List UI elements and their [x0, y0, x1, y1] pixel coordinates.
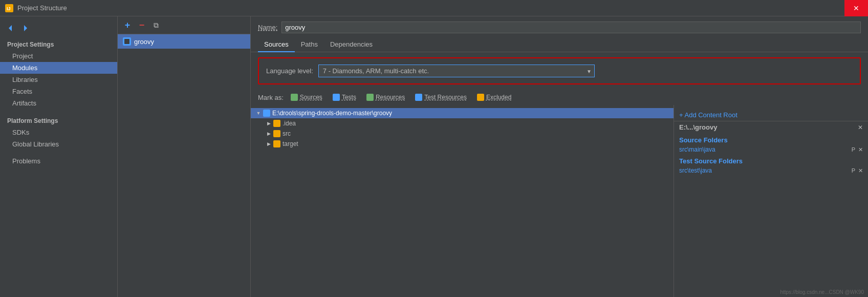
- name-input[interactable]: [281, 22, 861, 33]
- app-icon: IJ: [5, 4, 13, 12]
- window-title: Project Structure: [17, 4, 67, 12]
- tab-paths[interactable]: Paths: [295, 37, 324, 52]
- resources-icon: [366, 94, 374, 101]
- excluded-label: Excluded: [486, 94, 511, 101]
- title-bar: IJ Project Structure ✕: [0, 0, 868, 16]
- tab-dependencies[interactable]: Dependencies: [324, 37, 379, 52]
- root-folder-icon: [263, 110, 270, 117]
- sources-label: Sources: [300, 94, 322, 101]
- mark-as-row: Mark as: Sources Tests Resources Test Re…: [251, 90, 868, 105]
- sidebar-item-problems[interactable]: Problems: [0, 155, 117, 167]
- tests-icon: [333, 94, 340, 101]
- tree-and-panel: ▼ E:\drools\spring-drools-demo-master\gr…: [251, 105, 868, 297]
- test-folder-edit-button[interactable]: P: [852, 167, 855, 174]
- module-item-groovy[interactable]: groovy: [118, 34, 250, 49]
- source-folder-actions: P ✕: [852, 146, 863, 153]
- mark-sources-button[interactable]: Sources: [288, 93, 326, 102]
- source-folder-path: src\main\java: [679, 146, 715, 153]
- svg-text:IJ: IJ: [7, 6, 11, 11]
- src-folder-icon: [273, 130, 280, 137]
- file-tree: ▼ E:\drools\spring-drools-demo-master\gr…: [251, 105, 674, 297]
- tree-item-src[interactable]: ▶ src: [251, 129, 674, 139]
- mark-tests-button[interactable]: Tests: [330, 93, 359, 102]
- test-resources-label: Test Resources: [424, 94, 467, 101]
- test-folder-path: src\test\java: [679, 167, 712, 174]
- tree-root[interactable]: ▼ E:\drools\spring-drools-demo-master\gr…: [251, 108, 674, 118]
- test-folder-remove-button[interactable]: ✕: [858, 167, 863, 174]
- tree-item-target[interactable]: ▶ target: [251, 139, 674, 149]
- tab-sources[interactable]: Sources: [258, 37, 295, 52]
- toggle-idea[interactable]: ▶: [266, 121, 271, 126]
- language-level-select[interactable]: 7 - Diamonds, ARM, multi-catch etc. 3 - …: [318, 65, 595, 77]
- module-toolbar: + − ⧉: [118, 16, 250, 34]
- copy-module-button[interactable]: ⧉: [150, 19, 162, 31]
- project-settings-header: Project Settings: [0, 38, 117, 50]
- idea-folder-label: .idea: [283, 120, 296, 127]
- sidebar-item-sdks[interactable]: SDKs: [0, 126, 117, 138]
- tests-label: Tests: [342, 94, 356, 101]
- source-folder-edit-button[interactable]: P: [852, 146, 855, 153]
- resources-label: Resources: [376, 94, 405, 101]
- toggle-root[interactable]: ▼: [256, 111, 261, 116]
- side-panel-header: + Add Content Root: [674, 109, 868, 121]
- forward-button[interactable]: [19, 23, 31, 34]
- source-folder-item: src\main\java P ✕: [674, 145, 868, 154]
- sidebar-item-modules[interactable]: Modules: [0, 62, 117, 74]
- toggle-target[interactable]: ▶: [266, 141, 271, 146]
- sidebar-item-artifacts[interactable]: Artifacts: [0, 97, 117, 109]
- back-button[interactable]: [5, 23, 16, 34]
- test-source-folders-label: Test Source Folders: [674, 154, 868, 166]
- excluded-icon: [477, 94, 484, 101]
- sources-icon: [291, 94, 298, 101]
- add-content-root-button[interactable]: + Add Content Root: [679, 111, 737, 119]
- sidebar-item-project[interactable]: Project: [0, 50, 117, 62]
- tabs-row: Sources Paths Dependencies: [251, 37, 868, 52]
- mark-test-resources-button[interactable]: Test Resources: [412, 93, 470, 102]
- name-label: Name:: [258, 24, 277, 31]
- side-info-panel: + Add Content Root E:\...\groovy ✕ Sourc…: [674, 105, 868, 297]
- main-container: Project Settings Project Modules Librari…: [0, 16, 868, 297]
- mark-resources-button[interactable]: Resources: [363, 93, 408, 102]
- sidebar-item-facets[interactable]: Facets: [0, 86, 117, 97]
- toggle-src[interactable]: ▶: [266, 131, 271, 136]
- mark-excluded-button[interactable]: Excluded: [474, 93, 514, 102]
- language-level-wrapper: 7 - Diamonds, ARM, multi-catch etc. 3 - …: [318, 65, 595, 77]
- test-resources-icon: [415, 94, 422, 101]
- idea-folder-icon: [273, 120, 280, 127]
- source-folder-remove-button[interactable]: ✕: [858, 146, 863, 153]
- svg-marker-3: [24, 25, 27, 31]
- language-level-section: Language level: 7 - Diamonds, ARM, multi…: [258, 57, 861, 84]
- nav-buttons: [0, 20, 117, 38]
- source-folders-label: Source Folders: [674, 133, 868, 145]
- sidebar-item-global-libraries[interactable]: Global Libraries: [0, 138, 117, 150]
- close-button[interactable]: ✕: [844, 0, 868, 16]
- target-folder-icon: [273, 140, 280, 147]
- side-panel-close-button[interactable]: ✕: [858, 124, 863, 131]
- platform-settings-header: Platform Settings: [0, 114, 117, 126]
- remove-module-button[interactable]: −: [136, 19, 147, 31]
- add-module-button[interactable]: +: [122, 19, 133, 31]
- module-panel: + − ⧉ groovy: [118, 16, 251, 297]
- tree-root-path: E:\drools\spring-drools-demo-master\groo…: [272, 110, 392, 117]
- mark-as-label: Mark as:: [258, 94, 284, 101]
- name-row: Name:: [251, 16, 868, 37]
- target-folder-label: target: [283, 140, 298, 147]
- test-folder-item: src\test\java P ✕: [674, 166, 868, 175]
- src-folder-label: src: [283, 130, 291, 137]
- test-folder-actions: P ✕: [852, 167, 863, 174]
- tree-item-idea[interactable]: ▶ .idea: [251, 118, 674, 129]
- side-path-row: E:\...\groovy ✕: [674, 121, 868, 133]
- sidebar: Project Settings Project Modules Librari…: [0, 16, 118, 297]
- language-level-label: Language level:: [266, 67, 313, 75]
- svg-marker-2: [9, 25, 12, 31]
- module-name: groovy: [134, 38, 154, 46]
- content-area: Name: Sources Paths Dependencies Languag…: [251, 16, 868, 297]
- side-path-title: E:\...\groovy: [679, 123, 717, 131]
- module-icon: [123, 37, 131, 46]
- sidebar-item-libraries[interactable]: Libraries: [0, 74, 117, 86]
